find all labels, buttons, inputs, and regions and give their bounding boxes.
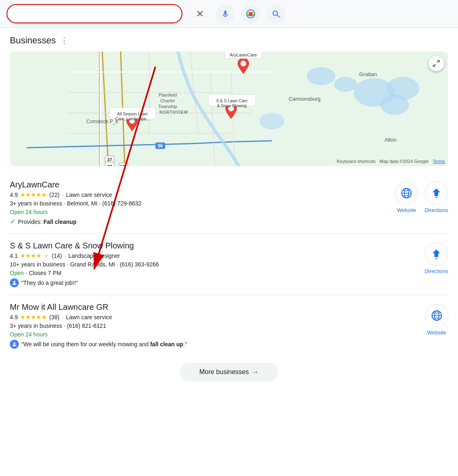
directions-button-circle-1	[425, 182, 448, 205]
svg-point-7	[307, 67, 335, 85]
svg-text:NORTHVIEW: NORTHVIEW	[159, 110, 188, 115]
stars-2: ★★★★	[20, 252, 41, 259]
business-rating-row-1: 4.9 ★★★★★ (22) · Lawn care service	[10, 191, 388, 199]
search-input-wrapper: landscaping fall clean up	[7, 4, 182, 23]
svg-text:AryLawnCare: AryLawnCare	[230, 52, 257, 57]
business-name-2[interactable]: S & S Lawn Care & Snow Plowing	[10, 241, 418, 250]
business-rating-row-3: 4.9 ★★★★★ (38) · Lawn care service	[10, 314, 419, 321]
business-name-3[interactable]: Mr Mow it All Lawncare GR	[10, 302, 419, 312]
business-details-1: 3+ years in business · Belmont, MI · (61…	[10, 200, 388, 207]
svg-line-51	[433, 64, 436, 67]
svg-point-57	[436, 197, 437, 199]
review-snippet-3: "We will be using them for our weekly mo…	[10, 340, 419, 349]
svg-line-3	[277, 15, 279, 17]
map-container[interactable]: 37 131 37 96 Grattan Cannonsburg Plainfi…	[10, 52, 448, 166]
directions-label-1: Directions	[424, 207, 448, 213]
business-details-3: 3+ years in business · (616) 821-6121	[10, 323, 419, 329]
business-info-3: Mr Mow it All Lawncare GR 4.9 ★★★★★ (38)…	[10, 302, 419, 349]
terms-link[interactable]: Terms	[433, 159, 445, 164]
action-buttons-1: Website Directions	[395, 180, 448, 213]
reviewer-avatar-2	[10, 278, 19, 287]
provides-check-icon: ✓	[10, 217, 16, 226]
business-type-3: Lawn care service	[66, 314, 112, 320]
rating-value-1: 4.9	[10, 192, 18, 198]
svg-text:Plainfield: Plainfield	[159, 92, 177, 97]
review-count-3: (38)	[49, 314, 59, 320]
business-listing-3: Mr Mow it All Lawncare GR 4.9 ★★★★★ (38)…	[10, 295, 448, 356]
search-bar-area: landscaping fall clean up ✕	[0, 0, 458, 28]
search-button[interactable]	[267, 5, 285, 23]
directions-button-circle-2	[425, 243, 448, 266]
directions-label-2: Directions	[424, 268, 448, 274]
rating-value-3: 4.9	[10, 314, 18, 320]
svg-text:Care, Landscape...: Care, Landscape...	[115, 117, 150, 121]
keyboard-shortcuts-link[interactable]: Keyboard shortcuts	[337, 159, 375, 164]
business-status-1: Open 24 hours	[10, 208, 388, 216]
svg-text:Alton: Alton	[384, 137, 397, 143]
review-snippet-2: "They do a great job!!"	[10, 278, 418, 287]
search-input[interactable]: landscaping fall clean up	[15, 9, 174, 18]
provides-text-1: Provides: Fall cleanup	[18, 219, 76, 225]
business-name-1[interactable]: AryLawnCare	[10, 180, 388, 189]
stars-3: ★★★★★	[20, 314, 47, 321]
website-button-circle-3	[425, 304, 448, 327]
provides-row-1: ✓ Provides: Fall cleanup	[10, 217, 388, 226]
businesses-title: Businesses	[10, 35, 56, 46]
business-listing-1: AryLawnCare 4.9 ★★★★★ (22) · Lawn care s…	[10, 173, 448, 234]
svg-text:Charter: Charter	[160, 98, 175, 103]
map-expand-button[interactable]	[429, 56, 444, 71]
svg-point-43	[240, 61, 246, 66]
business-listing-2: S & S Lawn Care & Snow Plowing 4.1 ★★★★★…	[10, 234, 448, 295]
svg-text:37: 37	[107, 157, 112, 162]
svg-text:S & S Lawn Care: S & S Lawn Care	[216, 99, 248, 103]
more-options-icon[interactable]: ⋮	[60, 36, 68, 45]
reviewer-avatar-3	[10, 340, 19, 349]
svg-point-59	[436, 258, 437, 259]
search-icons-right: ✕	[191, 5, 285, 23]
website-button-circle-1	[395, 182, 418, 205]
website-label-3: Website	[427, 329, 447, 336]
map-svg: 37 131 37 96 Grattan Cannonsburg Plainfi…	[10, 52, 448, 166]
svg-text:131: 131	[120, 164, 127, 166]
lens-button[interactable]	[241, 5, 260, 23]
mic-button[interactable]	[216, 5, 235, 23]
svg-text:37: 37	[107, 164, 112, 166]
main-content: Businesses ⋮	[0, 28, 458, 392]
svg-point-60	[13, 342, 16, 344]
website-button-1[interactable]: Website	[395, 182, 418, 213]
business-rating-row-2: 4.1 ★★★★★ (14) · Landscape designer	[10, 252, 418, 259]
website-button-3[interactable]: Website	[425, 304, 448, 336]
svg-point-58	[13, 281, 16, 283]
more-businesses-section: More businesses →	[10, 356, 448, 385]
action-buttons-2: Directions	[424, 241, 448, 274]
business-type-2: Landscape designer	[68, 253, 120, 259]
action-buttons-3: Website	[425, 302, 448, 336]
map-data-text: Map data ©2024 Google	[379, 159, 429, 164]
svg-text:Comstock P_k: Comstock P_k	[86, 119, 118, 124]
review-text-3: "We will be using them for our weekly mo…	[21, 341, 187, 347]
svg-line-50	[437, 61, 440, 63]
stars-1: ★★★★★	[20, 191, 47, 199]
review-count-1: (22)	[49, 192, 59, 198]
review-count-2: (14)	[52, 253, 62, 259]
business-info-1: AryLawnCare 4.9 ★★★★★ (22) · Lawn care s…	[10, 180, 388, 226]
business-details-2: 10+ years in business · Grand Rapids, MI…	[10, 261, 418, 268]
svg-point-12	[260, 113, 284, 129]
clear-button[interactable]: ✕	[191, 5, 209, 23]
business-type-1: Lawn care service	[66, 192, 112, 198]
directions-button-1[interactable]: Directions	[424, 182, 448, 213]
directions-button-2[interactable]: Directions	[424, 243, 448, 274]
business-status-2: Open · Closes 7 PM	[10, 269, 418, 277]
website-label-1: Website	[397, 207, 416, 213]
svg-text:Cannonsburg: Cannonsburg	[289, 96, 321, 102]
businesses-header: Businesses ⋮	[10, 35, 448, 46]
svg-text:& Snow Plowing: & Snow Plowing	[217, 104, 247, 108]
business-info-2: S & S Lawn Care & Snow Plowing 4.1 ★★★★★…	[10, 241, 418, 287]
business-status-3: Open 24 hours	[10, 331, 419, 338]
more-businesses-button[interactable]: More businesses →	[180, 363, 278, 381]
svg-text:All Season Lawn: All Season Lawn	[117, 112, 148, 116]
svg-point-8	[334, 77, 357, 92]
svg-text:Township: Township	[158, 104, 177, 109]
svg-point-11	[380, 95, 409, 115]
svg-text:Grattan: Grattan	[359, 71, 377, 77]
